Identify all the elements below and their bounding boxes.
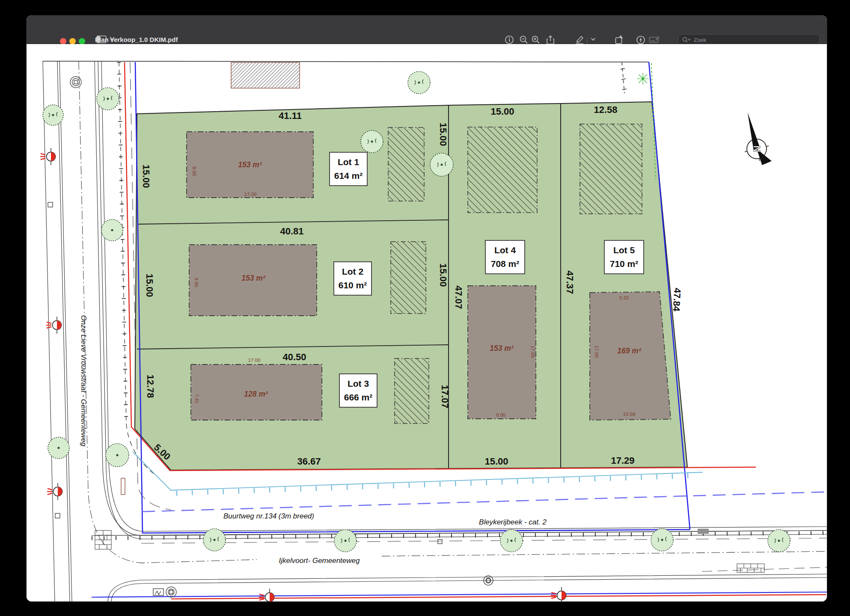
rotate-button[interactable] xyxy=(614,35,624,45)
dim-mid-lot3: 40.50 xyxy=(282,352,306,362)
lot5-building-area: 169 m² xyxy=(617,346,642,355)
preview-window: Weergave Plan verkoop_1.0 DKIM.pdf 1 pag… xyxy=(27,15,827,601)
lamp-icon xyxy=(259,589,274,601)
toolbar-divider xyxy=(587,38,588,44)
marker-post xyxy=(121,478,125,495)
lot2-area: 610 m² xyxy=(339,280,367,290)
lot1-label-box: Lot 1 614 m² xyxy=(330,152,367,186)
lot1-area: 614 m² xyxy=(334,171,363,181)
lot2-building-side: 9.00 xyxy=(194,278,199,287)
lot5-building-bottom: 10.68 xyxy=(623,412,636,417)
brick-wall-icon xyxy=(737,564,764,572)
dim-bottom-right: 17.29 xyxy=(611,455,634,466)
lot4-building-length: 17.00 xyxy=(530,346,535,358)
utility-box xyxy=(55,513,60,518)
lot4-building-side: 9.00 xyxy=(496,412,505,418)
lot2-name: Lot 2 xyxy=(342,267,363,276)
street-label-bleykerijbeek: Bleykerijbeek - cat. 2 xyxy=(479,518,547,526)
street-label-left: Onze Lieve Vrouwstraat - Gemeenteweg xyxy=(80,315,88,447)
driveway-lot3 xyxy=(395,358,429,424)
manhole-icon xyxy=(153,587,176,597)
driveway-lot5 xyxy=(580,124,642,214)
frame-top-line xyxy=(43,61,649,62)
form-icon xyxy=(649,35,660,44)
lamp-icon xyxy=(47,483,62,500)
close-button[interactable] xyxy=(60,38,66,44)
dim-top-lot5: 12.58 xyxy=(594,104,617,115)
search-icon xyxy=(682,37,691,43)
lot4-building-area: 153 m² xyxy=(490,344,514,352)
north-compass: N xyxy=(736,110,773,169)
pdf-page[interactable]: 153 m² 17.00 9.00 153 m² 9.00 17.00 128 … xyxy=(27,44,827,601)
lot3-area: 666 m² xyxy=(344,392,373,402)
zoom-out-button[interactable] xyxy=(519,35,529,44)
utility-box xyxy=(438,539,442,544)
driveway-lot2 xyxy=(391,242,426,314)
site-plan: 153 m² 17.00 9.00 153 m² 9.00 17.00 128 … xyxy=(27,44,827,601)
lot3-building-side: 7.41 xyxy=(194,394,199,403)
markup-icon xyxy=(636,35,646,45)
dim-mid-lot2: 40.81 xyxy=(280,226,303,237)
dim-lot4-depth-right: 47.37 xyxy=(565,270,575,294)
lot5-building-length: 17.00 xyxy=(594,346,599,358)
highlight-button[interactable] xyxy=(574,35,585,44)
titlebar: Weergave Plan verkoop_1.0 DKIM.pdf 1 pag… xyxy=(27,15,827,44)
existing-building xyxy=(231,62,300,88)
shrub-icon xyxy=(637,73,649,85)
dim-lot4-depth-left: 47.07 xyxy=(453,285,464,309)
info-button[interactable] xyxy=(505,35,514,44)
fence-line xyxy=(621,62,627,93)
window-title: Plan verkoop_1.0 DKIM.pdf xyxy=(95,36,178,43)
dim-top-lot4: 15.00 xyxy=(490,106,514,117)
lot5-area: 710 m² xyxy=(610,259,639,269)
dim-left-lower: 12.78 xyxy=(145,374,156,398)
culvert-mark xyxy=(698,529,709,534)
dim-lot1-right: 15.00 xyxy=(438,122,449,146)
info-icon xyxy=(505,35,514,44)
lot1-building-side: 9.00 xyxy=(192,166,197,176)
zoom-in-icon xyxy=(531,35,541,44)
lamp-icon xyxy=(40,148,56,165)
lot1-building-length: 17.00 xyxy=(244,192,257,197)
zoom-in-button[interactable] xyxy=(531,35,541,44)
lot3-name: Lot 3 xyxy=(348,379,369,388)
lot3-label-box: Lot 3 666 m² xyxy=(339,374,377,407)
driveway-lot4 xyxy=(468,127,537,213)
dim-lot3-right: 17.07 xyxy=(440,385,450,408)
lot2-building-area: 153 m² xyxy=(241,274,266,282)
dim-lot2-right: 15.00 xyxy=(438,263,449,287)
brick-wall-icon xyxy=(95,530,111,549)
lot3-building-area: 128 m² xyxy=(244,390,268,398)
lot4-name: Lot 4 xyxy=(494,245,516,255)
street-label-buurtweg: Buurtweg nr.134 (3m breed) xyxy=(223,512,314,520)
lot2-label-box: Lot 2 610 m² xyxy=(334,262,372,295)
building-lot5 xyxy=(590,292,671,420)
zoom-out-icon xyxy=(519,35,529,44)
search-input[interactable] xyxy=(693,36,816,44)
dim-bottom-mid: 15.00 xyxy=(484,456,508,467)
lot5-building-top: 9.20 xyxy=(619,295,629,300)
pencil-icon xyxy=(574,35,585,44)
lot3-building-length: 17.00 xyxy=(248,358,261,363)
dim-top-lot1: 41.11 xyxy=(279,110,302,121)
lot5-name: Lot 5 xyxy=(613,245,635,255)
markup-button[interactable] xyxy=(636,35,646,45)
manhole-icon xyxy=(70,77,81,88)
driveway-lot1 xyxy=(388,127,424,201)
dim-lot5-depth-right: 47.84 xyxy=(671,287,683,312)
lot5-label-box: Lot 5 710 m² xyxy=(604,240,644,274)
fullscreen-button[interactable] xyxy=(79,38,85,44)
utility-box xyxy=(48,202,53,207)
compass-n-label: N xyxy=(752,145,762,152)
minimize-button[interactable] xyxy=(69,38,76,44)
fill-form-button[interactable] xyxy=(649,35,660,44)
lot4-label-box: Lot 4 708 m² xyxy=(485,240,525,274)
dim-bottom-left: 36.67 xyxy=(297,456,321,467)
brook-lines xyxy=(92,452,827,599)
dim-left-middle: 15.00 xyxy=(144,273,155,297)
lot1-building-area: 153 m² xyxy=(238,160,262,169)
highlight-chevron-icon[interactable] xyxy=(591,38,596,41)
dim-left-upper: 15.00 xyxy=(141,164,152,188)
lot4-area: 708 m² xyxy=(491,259,520,269)
rotate-icon xyxy=(614,35,624,45)
